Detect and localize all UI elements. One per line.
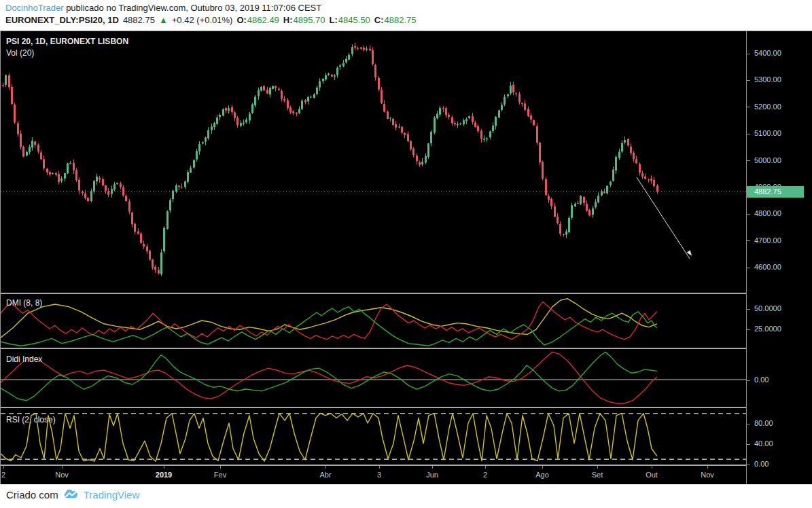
time-axis-label: Out bbox=[646, 471, 658, 479]
time-axis-label: Jun bbox=[426, 471, 438, 479]
time-tick bbox=[62, 466, 63, 469]
price-change: +0.42 (+0.01%) bbox=[172, 15, 233, 25]
time-axis-label: Ago bbox=[535, 471, 549, 479]
time-axis[interactable]: 2Nov2019FevAbr3Jun2AgoSetOutNov bbox=[1, 466, 746, 484]
volume-indicator-label[interactable]: Vol (20) bbox=[6, 48, 34, 58]
time-axis-label: 2019 bbox=[156, 471, 172, 479]
time-axis-label: 2 bbox=[483, 471, 487, 479]
time-axis-label: 2 bbox=[1, 471, 5, 479]
time-tick bbox=[325, 466, 326, 469]
price-tick-label: 0.00 bbox=[747, 459, 769, 469]
symbol-header: EURONEXT_DLY:PSI20, 1D 4882.75 ▲ +0.42 (… bbox=[5, 15, 417, 25]
candlestick-canvas[interactable] bbox=[1, 31, 746, 293]
time-axis-label: Abr bbox=[319, 471, 331, 479]
time-tick bbox=[220, 466, 221, 469]
author-link[interactable]: DocinhoTrader bbox=[5, 3, 64, 13]
price-tick-label: 5300.00 bbox=[747, 75, 781, 84]
time-axis-label: 3 bbox=[377, 471, 381, 479]
chart-widget[interactable]: PSI 20, 1D, EURONEXT LISBON Vol (20) DMI… bbox=[0, 31, 812, 484]
ohlc-open: O:4862.49 bbox=[236, 15, 279, 25]
tradingview-logo-icon[interactable] bbox=[63, 490, 80, 501]
up-triangle-icon: ▲ bbox=[159, 15, 168, 25]
ohlc-low: L:4845.50 bbox=[330, 15, 370, 25]
time-tick bbox=[485, 466, 486, 469]
main-pane-title: PSI 20, 1D, EURONEXT LISBON bbox=[6, 37, 128, 46]
tradingview-link[interactable]: TradingView bbox=[84, 489, 140, 501]
price-tick-label: 25.0000 bbox=[747, 324, 781, 333]
main-price-pane[interactable]: PSI 20, 1D, EURONEXT LISBON Vol (20) bbox=[1, 31, 746, 293]
time-tick bbox=[597, 466, 598, 469]
time-axis-label: Fev bbox=[214, 471, 226, 479]
time-tick bbox=[707, 466, 708, 469]
price-tick-label: 50.0000 bbox=[747, 304, 781, 313]
price-tick-label: 5200.00 bbox=[747, 102, 781, 111]
didi-pane[interactable]: Didi Index bbox=[1, 349, 746, 407]
ohlc-high: H:4895.70 bbox=[283, 15, 325, 25]
price-tick-label: 80.00 bbox=[747, 418, 773, 428]
time-tick bbox=[3, 466, 4, 469]
dmi-canvas[interactable] bbox=[1, 294, 746, 348]
current-price-label: 4882.75 bbox=[747, 186, 804, 198]
price-tick-label: 0.00 bbox=[747, 375, 769, 384]
price-tick-label: 4700.00 bbox=[747, 236, 781, 245]
created-with-text: Criado com bbox=[6, 489, 58, 501]
price-tick-label: 4800.00 bbox=[747, 208, 781, 218]
dmi-pane[interactable]: DMI (8, 8) bbox=[1, 294, 746, 348]
didi-pane-title[interactable]: Didi Index bbox=[6, 355, 42, 364]
time-axis-label: Nov bbox=[55, 471, 69, 479]
price-tick-label: 4600.00 bbox=[747, 262, 781, 272]
price-tick-label: 5400.00 bbox=[747, 48, 781, 58]
price-axis[interactable]: 5400.005300.005200.005100.005000.004900.… bbox=[746, 31, 812, 484]
publish-header: DocinhoTrader publicado no TradingView.c… bbox=[5, 3, 321, 13]
time-tick bbox=[379, 466, 380, 469]
ohlc-close: C:4882.75 bbox=[374, 15, 417, 25]
time-tick bbox=[652, 466, 652, 469]
time-axis-label: Nov bbox=[701, 471, 714, 479]
time-tick bbox=[542, 466, 543, 469]
rsi-pane-title[interactable]: RSI (2, close) bbox=[6, 415, 56, 424]
footer: Criado com TradingView bbox=[0, 484, 812, 508]
dmi-pane-title[interactable]: DMI (8, 8) bbox=[6, 298, 42, 308]
rsi-pane[interactable]: RSI (2, close) bbox=[1, 408, 746, 465]
price-tick-label: 5100.00 bbox=[747, 128, 781, 138]
time-axis-label: Set bbox=[592, 471, 603, 479]
time-tick bbox=[432, 466, 433, 469]
price-tick-label: 5000.00 bbox=[747, 156, 781, 165]
symbol-name[interactable]: EURONEXT_DLY:PSI20, 1D bbox=[5, 15, 119, 25]
rsi-canvas[interactable] bbox=[1, 408, 746, 465]
last-price: 4882.75 bbox=[123, 15, 155, 25]
price-tick-label: 40.00 bbox=[747, 439, 773, 448]
publish-text: publicado no TradingView.com, Outubro 03… bbox=[64, 3, 322, 13]
time-tick bbox=[164, 466, 164, 469]
didi-canvas[interactable] bbox=[1, 349, 746, 407]
